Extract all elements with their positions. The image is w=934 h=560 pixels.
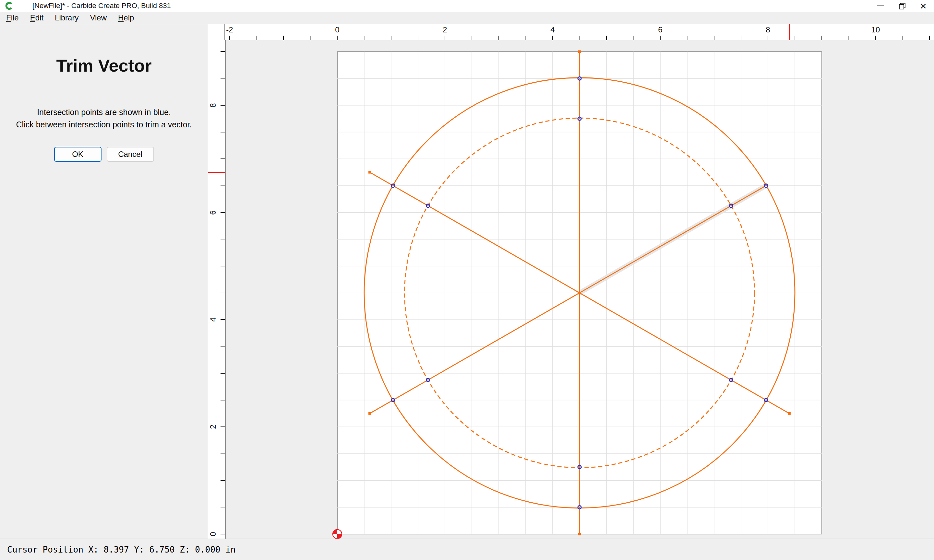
ruler-tick xyxy=(220,319,225,320)
restore-icon xyxy=(899,3,905,9)
app-window: [NewFile]* - Carbide Create PRO, Build 8… xyxy=(0,0,934,560)
instruction-line-1: Intersection points are shown in blue. xyxy=(0,106,208,118)
ruler-tick xyxy=(220,132,225,132)
ruler-tick xyxy=(687,35,687,40)
ruler-tick xyxy=(220,185,225,186)
menu-item-edit[interactable]: Edit xyxy=(26,12,48,24)
trim-vector-panel: Trim Vector Intersection points are show… xyxy=(0,24,208,538)
ruler-tick xyxy=(310,35,311,40)
ruler-label: 4 xyxy=(208,312,218,327)
app-logo-icon xyxy=(5,1,14,10)
intersection-node-dot xyxy=(579,506,580,508)
ruler-tick xyxy=(220,426,225,427)
ruler-label: 6 xyxy=(650,25,670,34)
cancel-button[interactable]: Cancel xyxy=(107,147,154,162)
ruler-tick xyxy=(220,346,225,347)
ruler-tick xyxy=(229,35,230,40)
panel-title: Trim Vector xyxy=(0,55,208,75)
ruler-label: 10 xyxy=(866,25,885,34)
ruler-tick xyxy=(220,266,225,266)
ruler-tick xyxy=(220,105,225,106)
intersection-node-dot xyxy=(427,205,429,206)
intersection-node-dot xyxy=(579,118,580,119)
menu-bar: FileEditLibraryViewHelp xyxy=(0,12,934,24)
menu-item-file[interactable]: File xyxy=(2,12,23,24)
ruler-tick xyxy=(220,480,225,481)
menu-item-library[interactable]: Library xyxy=(51,12,83,24)
menu-item-help[interactable]: Help xyxy=(114,12,138,24)
ruler-tick xyxy=(714,35,714,40)
ruler-label: -2 xyxy=(220,25,239,34)
ruler-tick xyxy=(364,35,365,40)
window-title: [NewFile]* - Carbide Create PRO, Build 8… xyxy=(32,0,171,12)
ruler-tick xyxy=(768,35,768,40)
intersection-node-dot xyxy=(765,185,767,186)
panel-instructions: Intersection points are shown in blue. C… xyxy=(0,106,208,131)
intersection-node-dot xyxy=(731,379,732,380)
ruler-tick xyxy=(220,534,225,534)
ruler-tick xyxy=(220,453,225,454)
window-controls: × xyxy=(870,0,934,12)
status-bar: Cursor Position X: 8.397 Y: 6.750 Z: 0.0… xyxy=(0,538,934,560)
ruler-label: 4 xyxy=(543,25,563,34)
ruler-tick xyxy=(418,35,418,40)
intersection-node-dot xyxy=(392,399,394,400)
ruler-label: 8 xyxy=(208,98,218,113)
ruler-tick xyxy=(741,35,741,40)
ruler-tick xyxy=(445,35,445,40)
ruler-tick xyxy=(795,35,795,40)
ruler-tick xyxy=(498,35,499,40)
restore-button[interactable] xyxy=(891,0,912,12)
vector-endpoint-marker xyxy=(368,412,371,415)
ruler-tick xyxy=(220,239,225,240)
ruler-tick xyxy=(283,35,284,40)
ruler-tick xyxy=(220,158,225,159)
close-button[interactable]: × xyxy=(912,0,934,12)
ruler-tick xyxy=(552,35,553,40)
ruler-label: 2 xyxy=(435,25,455,34)
ruler-tick xyxy=(220,373,225,374)
ruler-tick xyxy=(526,35,526,40)
ruler-tick xyxy=(875,35,876,40)
ruler-label: 0 xyxy=(208,527,218,538)
panel-buttons: OK Cancel xyxy=(0,147,208,162)
intersection-node-dot xyxy=(392,185,394,186)
design-canvas[interactable] xyxy=(226,40,934,538)
ruler-label: 2 xyxy=(208,419,218,434)
vector-endpoint-marker xyxy=(578,533,581,535)
vector-endpoint-marker xyxy=(788,412,791,415)
ruler-tick xyxy=(391,35,391,40)
ruler-tick xyxy=(220,292,225,293)
intersection-node-dot xyxy=(579,466,580,468)
ruler-tick xyxy=(472,35,472,40)
ruler-tick xyxy=(929,35,930,40)
instruction-line-2: Click between intersection points to tri… xyxy=(0,118,208,131)
cursor-x-marker xyxy=(789,24,790,40)
ruler-tick xyxy=(633,35,634,40)
ruler-tick xyxy=(902,35,903,40)
ruler-tick xyxy=(220,51,225,52)
cursor-position-readout: Cursor Position X: 8.397 Y: 6.750 Z: 0.0… xyxy=(7,545,236,554)
close-icon: × xyxy=(920,0,926,12)
ruler-tick xyxy=(337,35,338,40)
minimize-button[interactable] xyxy=(870,0,891,12)
vector-endpoint-marker xyxy=(368,171,371,174)
intersection-node-dot xyxy=(427,379,429,380)
vertical-ruler: 02468 xyxy=(208,40,226,538)
intersection-node-dot xyxy=(765,399,767,400)
ruler-tick xyxy=(220,78,225,79)
intersection-node-dot xyxy=(579,78,580,79)
ruler-tick xyxy=(220,212,225,213)
cursor-y-marker xyxy=(208,172,225,173)
origin-marker-quadrant xyxy=(337,534,342,538)
ruler-label: 6 xyxy=(208,205,218,220)
ok-button[interactable]: OK xyxy=(54,147,102,162)
ruler-tick xyxy=(256,35,257,40)
ruler-tick xyxy=(220,400,225,400)
ruler-tick xyxy=(579,35,580,40)
ruler-tick xyxy=(821,35,822,40)
ruler-label: 0 xyxy=(328,25,347,34)
menu-item-view[interactable]: View xyxy=(86,12,111,24)
ruler-tick xyxy=(848,35,849,40)
intersection-node-dot xyxy=(731,205,732,206)
